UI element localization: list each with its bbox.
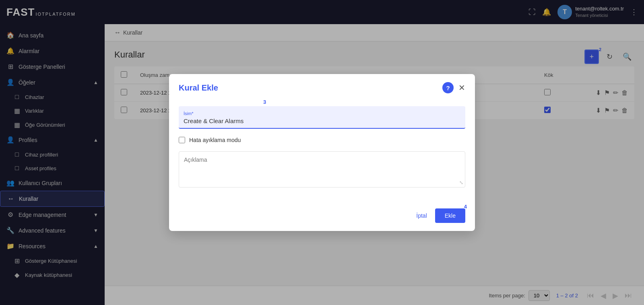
add-button[interactable]: Ekle bbox=[435, 208, 465, 223]
debug-mode-row: Hata ayıklama modu bbox=[179, 137, 465, 143]
modal-overlay: Kural Ekle ? ✕ 3 İsim* Hata ayıklama mod… bbox=[0, 0, 644, 305]
description-wrapper: ⤡ bbox=[179, 151, 465, 188]
modal-help-button[interactable]: ? bbox=[442, 82, 454, 93]
description-textarea[interactable] bbox=[184, 157, 460, 181]
name-input[interactable] bbox=[184, 117, 460, 124]
cancel-button[interactable]: İptal bbox=[411, 209, 431, 222]
resize-handle-icon: ⤡ bbox=[459, 180, 463, 185]
debug-mode-checkbox[interactable] bbox=[179, 137, 185, 143]
modal-title: Kural Ekle bbox=[179, 83, 218, 93]
name-input-wrapper: İsim* bbox=[179, 106, 465, 129]
modal-header: Kural Ekle ? ✕ bbox=[169, 74, 475, 100]
modal-header-actions: ? ✕ bbox=[442, 82, 465, 93]
name-field: 3 İsim* bbox=[179, 106, 465, 129]
step4-badge: 4 bbox=[464, 204, 467, 210]
modal-footer: İptal 4 Ekle bbox=[169, 204, 475, 231]
debug-mode-label: Hata ayıklama modu bbox=[189, 137, 241, 143]
description-field: ⤡ bbox=[179, 151, 465, 188]
step3-badge: 3 bbox=[263, 99, 266, 105]
name-label: İsim* bbox=[184, 111, 460, 116]
kural-ekle-modal: Kural Ekle ? ✕ 3 İsim* Hata ayıklama mod… bbox=[169, 74, 475, 231]
modal-body: 3 İsim* Hata ayıklama modu ⤡ bbox=[169, 100, 475, 204]
modal-close-button[interactable]: ✕ bbox=[458, 84, 465, 92]
add-button-wrapper: 4 Ekle bbox=[435, 208, 465, 223]
